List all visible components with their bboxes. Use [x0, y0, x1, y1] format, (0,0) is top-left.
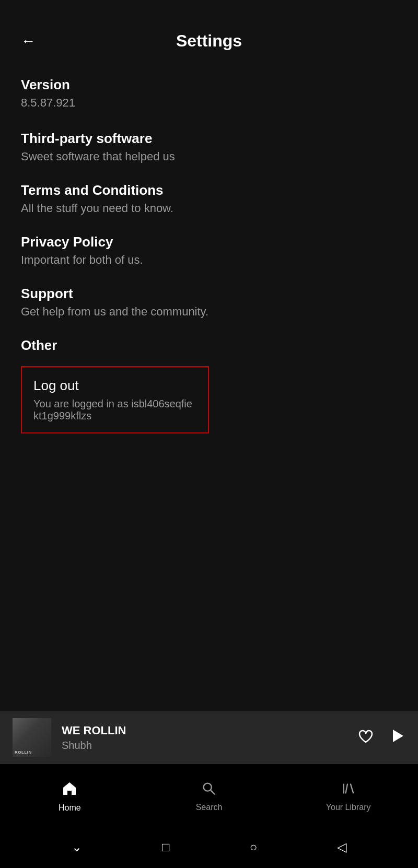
- system-back-button[interactable]: ◁: [337, 840, 346, 854]
- header: ← Settings: [0, 0, 418, 66]
- logout-button[interactable]: Log out You are logged in as isbl406seqf…: [21, 366, 209, 433]
- svg-line-14: [350, 783, 353, 793]
- album-art-image: ROLLIN: [13, 718, 51, 757]
- privacy-title: Privacy Policy: [21, 234, 397, 250]
- support-item[interactable]: Support Get help from us and the communi…: [21, 286, 397, 319]
- svg-line-13: [345, 783, 347, 793]
- svg-rect-7: [32, 746, 37, 753]
- version-number: 8.5.87.921: [21, 96, 397, 110]
- play-icon[interactable]: [389, 728, 405, 748]
- other-heading: Other: [21, 337, 397, 354]
- player-controls: [357, 728, 405, 748]
- system-nav: ⌄ □ ○ ◁: [0, 826, 418, 868]
- support-subtitle: Get help from us and the community.: [21, 305, 397, 319]
- system-square-button[interactable]: □: [162, 840, 170, 854]
- svg-rect-1: [13, 718, 51, 757]
- settings-content: Version 8.5.87.921 Third-party software …: [0, 66, 418, 711]
- nav-library[interactable]: Your Library: [278, 781, 418, 812]
- svg-point-10: [204, 783, 212, 791]
- page-title: Settings: [21, 31, 397, 51]
- version-section: Version 8.5.87.921: [21, 77, 397, 110]
- nav-home[interactable]: Home: [0, 780, 140, 813]
- third-party-subtitle: Sweet software that helped us: [21, 150, 397, 163]
- library-icon: [341, 781, 356, 799]
- svg-rect-4: [24, 734, 28, 743]
- support-title: Support: [21, 286, 397, 302]
- version-label: Version: [21, 77, 397, 93]
- search-label: Search: [196, 803, 223, 812]
- third-party-item[interactable]: Third-party software Sweet software that…: [21, 131, 397, 163]
- album-art-svg: ROLLIN: [13, 718, 51, 757]
- bottom-nav: Home Search Your Library: [0, 764, 418, 826]
- now-playing-bar[interactable]: ROLLIN WE ROLLIN Shubh: [0, 711, 418, 764]
- home-label: Home: [59, 803, 81, 813]
- home-icon: [61, 780, 78, 799]
- privacy-item[interactable]: Privacy Policy Important for both of us.: [21, 234, 397, 267]
- privacy-subtitle: Important for both of us.: [21, 253, 397, 267]
- svg-rect-0: [13, 718, 51, 757]
- system-down-button[interactable]: ⌄: [72, 840, 82, 854]
- terms-title: Terms and Conditions: [21, 182, 397, 198]
- logout-subtitle: You are logged in as isbl406seqfiekt1g99…: [33, 398, 196, 422]
- track-title: WE ROLLIN: [62, 724, 347, 737]
- library-label: Your Library: [326, 803, 371, 812]
- nav-search[interactable]: Search: [140, 781, 279, 812]
- search-icon: [201, 781, 217, 799]
- svg-rect-6: [27, 746, 31, 753]
- back-button[interactable]: ←: [21, 33, 36, 50]
- track-artist: Shubh: [62, 740, 347, 752]
- svg-marker-9: [393, 730, 403, 742]
- terms-item[interactable]: Terms and Conditions All the stuff you n…: [21, 182, 397, 215]
- svg-rect-5: [36, 734, 40, 743]
- system-circle-button[interactable]: ○: [250, 840, 258, 854]
- svg-text:ROLLIN: ROLLIN: [15, 752, 28, 755]
- track-info: WE ROLLIN Shubh: [51, 724, 357, 752]
- terms-subtitle: All the stuff you need to know.: [21, 202, 397, 215]
- svg-point-2: [28, 723, 36, 734]
- svg-line-11: [211, 790, 215, 794]
- logout-title: Log out: [33, 378, 196, 394]
- heart-icon[interactable]: [357, 728, 374, 748]
- svg-rect-3: [27, 734, 37, 747]
- third-party-title: Third-party software: [21, 131, 397, 147]
- album-art: ROLLIN: [13, 718, 51, 757]
